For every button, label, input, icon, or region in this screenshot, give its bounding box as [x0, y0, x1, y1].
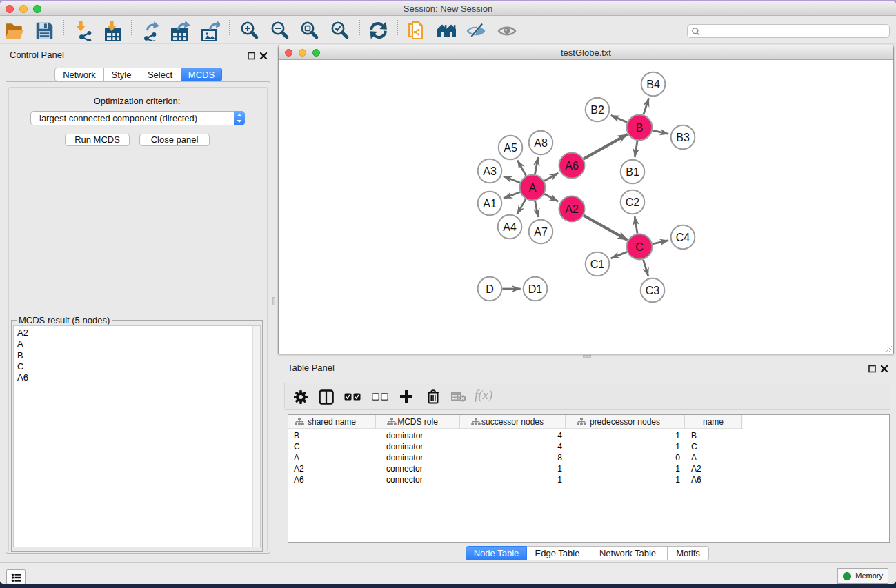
svg-text:A8: A8	[534, 137, 548, 149]
svg-text:C: C	[635, 241, 644, 253]
svg-text:A4: A4	[503, 221, 517, 233]
svg-text:A6: A6	[565, 160, 579, 172]
svg-text:A1: A1	[483, 198, 497, 210]
svg-text:A3: A3	[483, 165, 497, 177]
svg-text:B1: B1	[626, 166, 639, 178]
svg-text:C3: C3	[646, 285, 660, 296]
svg-text:C1: C1	[590, 258, 605, 270]
svg-text:D1: D1	[528, 283, 543, 295]
svg-text:B4: B4	[646, 79, 660, 90]
svg-text:C4: C4	[676, 232, 690, 243]
svg-text:A2: A2	[565, 203, 579, 215]
svg-text:B2: B2	[590, 104, 604, 116]
svg-text:B3: B3	[676, 132, 690, 143]
svg-text:A5: A5	[504, 142, 517, 154]
svg-text:A7: A7	[534, 226, 548, 238]
svg-text:D: D	[486, 283, 494, 295]
svg-text:C2: C2	[626, 196, 640, 208]
svg-text:B: B	[636, 122, 644, 134]
svg-text:A: A	[529, 182, 537, 194]
